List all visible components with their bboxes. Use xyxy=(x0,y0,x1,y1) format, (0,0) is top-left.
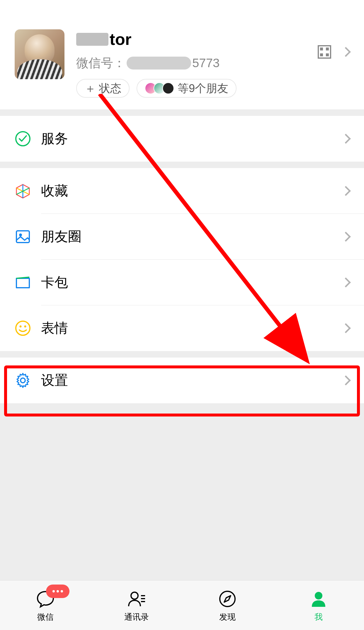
menu-services[interactable]: 服务 xyxy=(0,116,364,162)
settings-icon xyxy=(15,372,31,389)
wechat-id-label: 微信号： xyxy=(76,55,125,71)
svg-point-2 xyxy=(19,233,22,236)
chevron-right-icon xyxy=(341,186,351,196)
svg-rect-1 xyxy=(16,231,29,243)
wechat-id-redacted xyxy=(127,57,191,70)
friends-label: 等9个朋友 xyxy=(178,81,228,96)
contacts-icon xyxy=(126,588,147,610)
menu-cards[interactable]: 卡包 xyxy=(0,260,364,305)
tab-me-label: 我 xyxy=(314,612,323,623)
moments-icon xyxy=(15,228,31,245)
favorites-label: 收藏 xyxy=(41,182,342,200)
tab-chat[interactable]: 微信 xyxy=(0,580,91,630)
chevron-right-icon xyxy=(341,277,351,287)
cards-icon xyxy=(15,274,31,291)
name-suffix: tor xyxy=(110,29,132,49)
qrcode-icon[interactable] xyxy=(318,45,331,59)
svg-point-0 xyxy=(16,132,30,146)
menu-favorites[interactable]: 收藏 xyxy=(0,168,364,214)
status-button[interactable]: ＋ 状态 xyxy=(76,79,130,98)
svg-point-13 xyxy=(220,591,235,607)
settings-label: 设置 xyxy=(41,371,342,389)
chevron-right-icon xyxy=(341,232,351,242)
tab-chat-label: 微信 xyxy=(37,612,54,623)
menu-settings[interactable]: 设置 xyxy=(0,358,364,403)
svg-point-6 xyxy=(21,378,25,383)
friends-avatars-icon xyxy=(145,82,174,94)
svg-point-3 xyxy=(16,321,30,335)
avatar[interactable] xyxy=(15,29,64,79)
cards-label: 卡包 xyxy=(41,273,342,292)
wechat-id-suffix: 5773 xyxy=(192,56,220,70)
services-label: 服务 xyxy=(41,130,342,148)
svg-point-5 xyxy=(24,326,26,328)
tab-contacts[interactable]: 通讯录 xyxy=(91,580,182,630)
stickers-icon xyxy=(15,320,31,336)
svg-point-9 xyxy=(131,592,138,599)
wechat-id-row: 微信号： 5773 xyxy=(76,55,318,71)
chevron-right-icon xyxy=(341,375,351,385)
chevron-right-icon xyxy=(341,134,351,144)
plus-icon: ＋ xyxy=(84,80,96,96)
notification-badge-icon xyxy=(46,585,69,598)
chevron-right-icon xyxy=(341,323,351,333)
tab-me[interactable]: 我 xyxy=(273,580,364,630)
discover-icon xyxy=(217,588,238,610)
chevron-right-icon xyxy=(341,47,351,57)
status-label: 状态 xyxy=(99,81,121,96)
moments-label: 朋友圈 xyxy=(41,228,342,246)
tab-contacts-label: 通讯录 xyxy=(124,612,149,623)
tabbar: 微信 通讯录 发现 我 xyxy=(0,580,364,630)
name-redacted xyxy=(76,33,108,46)
favorites-icon xyxy=(15,183,31,199)
qr-chevron-group xyxy=(318,45,349,59)
profile-header[interactable]: tor 微信号： 5773 ＋ 状态 等9个朋友 xyxy=(0,0,364,109)
tab-discover[interactable]: 发现 xyxy=(182,580,273,630)
services-icon xyxy=(15,131,31,147)
stickers-label: 表情 xyxy=(41,319,342,337)
menu-stickers[interactable]: 表情 xyxy=(0,305,364,351)
profile-info: tor 微信号： 5773 ＋ 状态 等9个朋友 xyxy=(76,29,318,98)
friends-status-button[interactable]: 等9个朋友 xyxy=(137,79,237,98)
svg-point-14 xyxy=(315,592,322,599)
menu-moments[interactable]: 朋友圈 xyxy=(0,214,364,260)
tab-discover-label: 发现 xyxy=(219,612,236,623)
svg-point-4 xyxy=(20,326,22,328)
me-icon xyxy=(308,588,329,610)
profile-name: tor xyxy=(76,29,318,49)
